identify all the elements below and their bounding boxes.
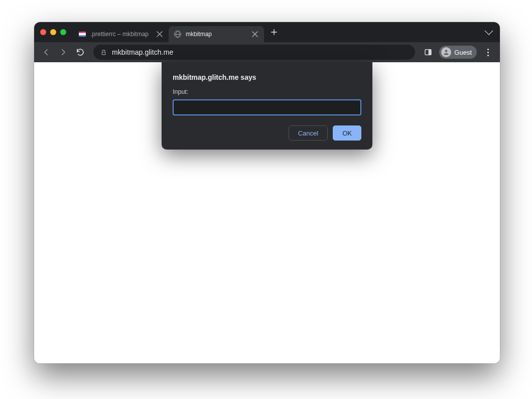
address-bar[interactable]: mkbitmap.glitch.me (93, 45, 415, 60)
window-minimize-button[interactable] (50, 29, 56, 35)
tab-close-button[interactable] (251, 30, 259, 38)
toolbar: mkbitmap.glitch.me Guest (34, 42, 500, 62)
window-dropdown-button[interactable] (482, 25, 496, 39)
toolbar-right: Guest (421, 45, 495, 59)
svg-point-2 (445, 50, 448, 52)
profile-button[interactable]: Guest (439, 46, 477, 59)
avatar-icon (441, 47, 451, 57)
forward-button[interactable] (56, 45, 70, 59)
traffic-lights (40, 29, 66, 35)
js-prompt-dialog: mkbitmap.glitch.me says Input: Cancel OK (162, 62, 372, 150)
dialog-input[interactable] (173, 99, 361, 115)
dialog-buttons: Cancel OK (173, 125, 361, 141)
tab-prettierrc[interactable]: .prettierrc – mkbitmap (73, 26, 169, 42)
window-close-button[interactable] (40, 29, 46, 35)
tab-mkbitmap[interactable]: mkbitmap (169, 26, 264, 42)
profile-label: Guest (454, 49, 472, 56)
lock-icon (100, 49, 107, 56)
menu-button[interactable] (481, 45, 495, 59)
ok-button[interactable]: OK (333, 125, 361, 141)
back-button[interactable] (39, 45, 53, 59)
new-tab-button[interactable] (267, 25, 281, 39)
kebab-icon (483, 49, 493, 56)
globe-icon (174, 30, 182, 38)
page-content: mkbitmap.glitch.me says Input: Cancel OK (34, 62, 500, 363)
tab-title: .prettierrc – mkbitmap (90, 31, 152, 38)
tab-strip: .prettierrc – mkbitmap mkbitmap (34, 22, 500, 42)
svg-rect-1 (429, 50, 431, 55)
chevron-down-icon (485, 27, 493, 35)
tab-title: mkbitmap (186, 31, 247, 38)
reload-button[interactable] (73, 45, 87, 59)
dialog-label: Input: (173, 88, 361, 95)
browser-window: .prettierrc – mkbitmap mkbitmap (34, 22, 500, 363)
url-text: mkbitmap.glitch.me (112, 48, 173, 56)
cancel-button[interactable]: Cancel (289, 125, 328, 141)
side-panel-button[interactable] (421, 45, 435, 59)
window-maximize-button[interactable] (60, 29, 66, 35)
glitch-favicon-icon (78, 30, 86, 38)
tab-close-button[interactable] (156, 30, 164, 38)
dialog-title: mkbitmap.glitch.me says (173, 73, 361, 81)
